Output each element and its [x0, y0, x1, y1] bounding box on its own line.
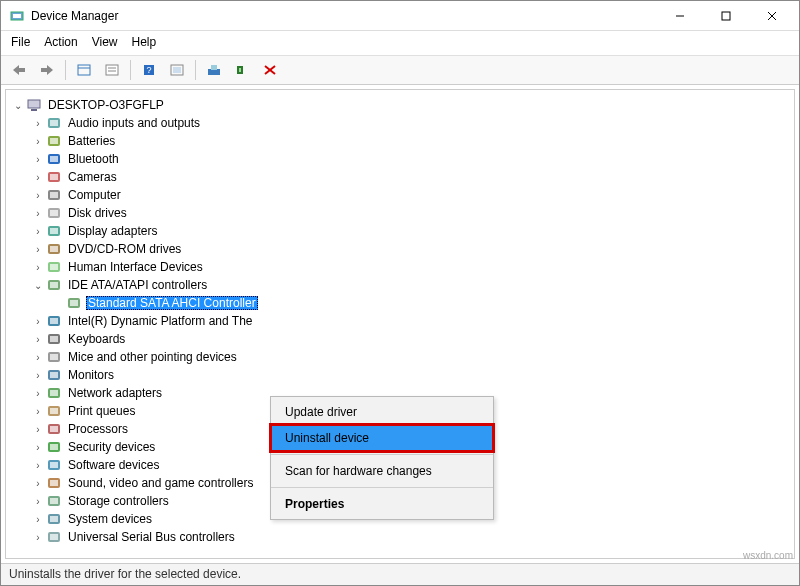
chevron-right-icon[interactable]: ›: [32, 171, 44, 183]
chevron-right-icon[interactable]: ›: [32, 153, 44, 165]
chevron-right-icon[interactable]: ›: [32, 477, 44, 489]
properties-button[interactable]: [100, 59, 124, 81]
svg-rect-50: [50, 336, 58, 342]
disable-button[interactable]: [258, 59, 282, 81]
svg-rect-7: [41, 68, 48, 72]
chevron-right-icon[interactable]: ›: [32, 495, 44, 507]
maximize-button[interactable]: [703, 1, 749, 31]
tree-category[interactable]: › Intel(R) Dynamic Platform and The: [32, 312, 792, 330]
svg-rect-52: [50, 354, 58, 360]
chevron-right-icon[interactable]: ›: [32, 189, 44, 201]
chevron-right-icon[interactable]: ›: [32, 243, 44, 255]
chevron-right-icon[interactable]: ›: [32, 261, 44, 273]
chevron-right-icon[interactable]: ›: [32, 531, 44, 543]
chevron-right-icon[interactable]: ›: [32, 135, 44, 147]
svg-rect-34: [50, 192, 58, 198]
toolbar-separator: [65, 60, 66, 80]
chevron-right-icon[interactable]: ›: [32, 117, 44, 129]
menu-view[interactable]: View: [92, 35, 118, 49]
chevron-down-icon[interactable]: ⌄: [12, 99, 24, 111]
category-icon: [46, 133, 62, 149]
category-icon: [46, 511, 62, 527]
scan-button[interactable]: [165, 59, 189, 81]
titlebar: Device Manager: [1, 1, 799, 31]
chevron-right-icon[interactable]: ›: [32, 423, 44, 435]
svg-rect-36: [50, 210, 58, 216]
context-menu: Update driver Uninstall device Scan for …: [270, 396, 494, 520]
chevron-down-icon[interactable]: ⌄: [32, 279, 44, 291]
tree-category[interactable]: › Disk drives: [32, 204, 792, 222]
category-icon: [46, 331, 62, 347]
chevron-right-icon[interactable]: ›: [32, 405, 44, 417]
tree-category[interactable]: › Display adapters: [32, 222, 792, 240]
svg-rect-70: [50, 516, 58, 522]
svg-rect-40: [50, 246, 58, 252]
chevron-right-icon[interactable]: ›: [32, 387, 44, 399]
tree-category[interactable]: › Audio inputs and outputs: [32, 114, 792, 132]
tree-category-label: Software devices: [66, 458, 161, 472]
tree-category[interactable]: › DVD/CD-ROM drives: [32, 240, 792, 258]
show-hidden-button[interactable]: [72, 59, 96, 81]
device-tree-panel[interactable]: ⌄ DESKTOP-O3FGFLP › Audio inputs and out…: [5, 89, 795, 559]
ctx-scan-hardware[interactable]: Scan for hardware changes: [271, 458, 493, 484]
tree-category-label: Disk drives: [66, 206, 129, 220]
chevron-right-icon[interactable]: ›: [32, 333, 44, 345]
menu-file[interactable]: File: [11, 35, 30, 49]
chevron-right-icon[interactable]: ›: [32, 315, 44, 327]
tree-category-label: Intel(R) Dynamic Platform and The: [66, 314, 255, 328]
toolbar: ?: [1, 56, 799, 85]
svg-rect-32: [50, 174, 58, 180]
category-icon: [46, 241, 62, 257]
chevron-right-icon[interactable]: ›: [32, 351, 44, 363]
svg-rect-68: [50, 498, 58, 504]
chevron-right-icon[interactable]: ›: [32, 369, 44, 381]
tree-category-label: Keyboards: [66, 332, 127, 346]
ctx-uninstall-device[interactable]: Uninstall device: [271, 425, 493, 451]
category-icon: [46, 385, 62, 401]
tree-device[interactable]: Standard SATA AHCI Controller: [52, 294, 792, 312]
tree-category[interactable]: › Monitors: [32, 366, 792, 384]
tree-category-label: Mice and other pointing devices: [66, 350, 239, 364]
ctx-properties[interactable]: Properties: [271, 491, 493, 517]
chevron-right-icon[interactable]: ›: [32, 225, 44, 237]
chevron-right-icon[interactable]: ›: [32, 513, 44, 525]
help-button[interactable]: ?: [137, 59, 161, 81]
svg-rect-60: [50, 426, 58, 432]
back-button[interactable]: [7, 59, 31, 81]
ctx-update-driver[interactable]: Update driver: [271, 399, 493, 425]
tree-category[interactable]: › Computer: [32, 186, 792, 204]
tree-category-label: DVD/CD-ROM drives: [66, 242, 183, 256]
minimize-button[interactable]: [657, 1, 703, 31]
tree-category[interactable]: › Human Interface Devices: [32, 258, 792, 276]
tree-category[interactable]: › Keyboards: [32, 330, 792, 348]
menu-help[interactable]: Help: [132, 35, 157, 49]
menu-action[interactable]: Action: [44, 35, 77, 49]
status-text: Uninstalls the driver for the selected d…: [9, 567, 241, 581]
chevron-right-icon[interactable]: ›: [32, 441, 44, 453]
uninstall-button[interactable]: [230, 59, 254, 81]
tree-category-label: Network adapters: [66, 386, 164, 400]
tree-category[interactable]: › Universal Serial Bus controllers: [32, 528, 792, 546]
tree-root[interactable]: ⌄ DESKTOP-O3FGFLP: [12, 96, 792, 114]
tree-category[interactable]: ⌄ IDE ATA/ATAPI controllers: [32, 276, 792, 294]
window-title: Device Manager: [31, 9, 657, 23]
tree-category-label: Print queues: [66, 404, 137, 418]
close-button[interactable]: [749, 1, 795, 31]
tree-category[interactable]: › Cameras: [32, 168, 792, 186]
svg-rect-23: [28, 100, 40, 108]
tree-category[interactable]: › Batteries: [32, 132, 792, 150]
update-driver-button[interactable]: [202, 59, 226, 81]
chevron-right-icon[interactable]: ›: [32, 459, 44, 471]
tree-category[interactable]: › Mice and other pointing devices: [32, 348, 792, 366]
forward-button[interactable]: [35, 59, 59, 81]
tree-category-label: Computer: [66, 188, 123, 202]
tree-category-label: Sound, video and game controllers: [66, 476, 255, 490]
chevron-right-icon[interactable]: ›: [32, 207, 44, 219]
category-icon: [46, 493, 62, 509]
tree-category[interactable]: › Bluetooth: [32, 150, 792, 168]
category-icon: [46, 115, 62, 131]
svg-rect-10: [106, 65, 118, 75]
category-icon: [46, 151, 62, 167]
app-icon: [9, 8, 25, 24]
category-icon: [46, 259, 62, 275]
